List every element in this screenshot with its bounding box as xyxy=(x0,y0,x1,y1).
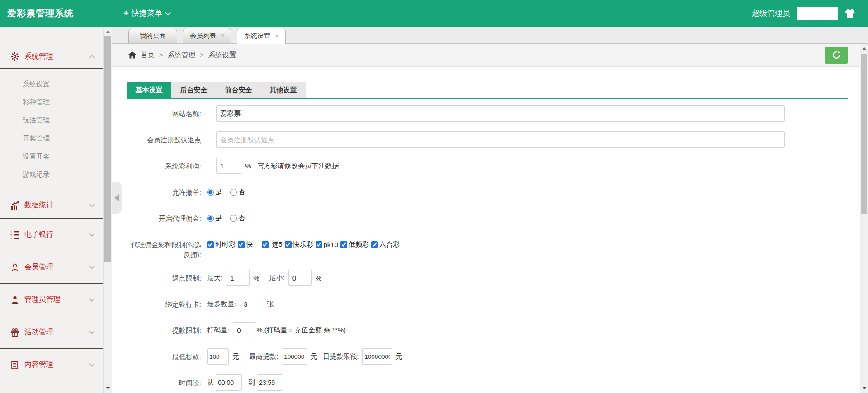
content-scrollbar-thumb[interactable] xyxy=(861,54,867,214)
close-icon[interactable]: × xyxy=(221,33,224,39)
lottery-checkbox-pk10[interactable]: pk10 xyxy=(316,241,339,248)
yuan-unit: 元 xyxy=(311,352,317,361)
gear-icon xyxy=(10,52,20,61)
topbar-right: 超级管理员 xyxy=(752,7,855,20)
shirt-icon[interactable] xyxy=(844,9,855,19)
lottery-checkbox-dpc[interactable]: 低频彩 xyxy=(340,240,369,249)
window-tab-desktop[interactable]: 我的桌面 xyxy=(128,28,177,43)
form-row-allow-cancel: 允许撤单: 是 否 xyxy=(127,184,848,200)
chevron-down-icon xyxy=(89,298,95,302)
window-tab-system-settings[interactable]: 系统设置 × xyxy=(237,28,286,44)
sidebar-scrollbar-thumb[interactable] xyxy=(104,36,111,262)
scroll-down-arrow[interactable] xyxy=(104,384,112,392)
window-tab-member-list[interactable]: 会员列表 × xyxy=(183,28,231,43)
min-withdraw-input[interactable] xyxy=(207,348,229,365)
radio-label: 否 xyxy=(238,188,245,196)
svg-text:3: 3 xyxy=(10,237,12,239)
sidebar-item-label: 数据统计 xyxy=(24,201,89,210)
checkbox-input[interactable] xyxy=(285,241,292,248)
allow-cancel-yes-radio[interactable]: 是 xyxy=(207,188,222,196)
sidebar-subitem-play-mgmt[interactable]: 玩法管理 xyxy=(0,111,103,129)
scroll-up-arrow[interactable] xyxy=(860,45,868,53)
sidebar-item-activity-mgmt[interactable]: 活动管理 xyxy=(0,316,103,348)
sidebar-item-e-bank[interactable]: 1 2 3 电子银行 xyxy=(0,219,103,251)
daily-limit-input[interactable] xyxy=(362,348,392,365)
sidebar-item-content-mgmt[interactable]: 内容管理 xyxy=(0,349,103,381)
sidebar-subitem-game-records[interactable]: 游戏记录 xyxy=(0,165,103,183)
lottery-checkbox-x5[interactable]: 选5 xyxy=(262,240,283,249)
field-label: 提款限制: xyxy=(127,322,201,336)
sidebar-subitem-lottery-mgmt[interactable]: 彩种管理 xyxy=(0,93,103,111)
form-row-commission-lotteries: 代理佣金彩种限制(勾选反拥): 时时彩 快三 选5 xyxy=(127,236,848,260)
checkbox-input[interactable] xyxy=(340,241,347,248)
rebate-max-input[interactable] xyxy=(226,270,250,286)
lottery-checkbox-ssc[interactable]: 时时彩 xyxy=(207,240,236,249)
refresh-icon xyxy=(832,51,841,60)
checkbox-input[interactable] xyxy=(238,241,245,248)
radio-input[interactable] xyxy=(207,189,214,196)
default-rebate-input[interactable] xyxy=(216,131,785,148)
radio-input[interactable] xyxy=(230,189,237,196)
sidebar-item-member-mgmt[interactable]: 会员管理 xyxy=(0,251,103,283)
window-tabs: 我的桌面 会员列表 × 系统设置 × xyxy=(112,27,868,44)
lottery-checkbox-klc[interactable]: 快乐彩 xyxy=(285,240,313,249)
checkbox-input[interactable] xyxy=(316,241,322,248)
time-from-input[interactable] xyxy=(216,374,242,391)
radio-input[interactable] xyxy=(207,215,214,222)
sidebar-item-system-mgmt[interactable]: 系统管理 xyxy=(0,45,103,68)
sidebar-submenu-system: 系统设置 彩种管理 玩法管理 开奖管理 设置开奖 游戏记录 xyxy=(0,69,103,192)
field-label: 返点限制: xyxy=(127,270,201,283)
lottery-checkbox-lhc[interactable]: 六合彩 xyxy=(371,240,400,249)
sidebar-item-admin-mgmt[interactable]: 管理员管理 xyxy=(0,284,103,316)
sidebar-scrollbar[interactable] xyxy=(103,27,112,393)
bank-card-count-input[interactable] xyxy=(240,296,263,312)
username-box[interactable] xyxy=(797,7,838,20)
scroll-down-arrow[interactable] xyxy=(860,384,868,392)
checkbox-label: pk10 xyxy=(324,241,339,248)
checkbox-input[interactable] xyxy=(262,241,269,248)
close-icon[interactable]: × xyxy=(275,33,278,39)
form-row-agent-commission: 开启代理佣金: 是 否 xyxy=(127,210,848,226)
tab-backend-security[interactable]: 后台安全 xyxy=(171,82,216,98)
allow-cancel-no-radio[interactable]: 否 xyxy=(230,188,245,196)
checkbox-input[interactable] xyxy=(371,241,378,248)
sidebar-collapse-handle[interactable] xyxy=(112,182,122,214)
form-row-default-rebate: 会员注册默认返点 xyxy=(127,131,848,148)
rebate-min-input[interactable] xyxy=(288,270,312,286)
turnover-input[interactable] xyxy=(233,322,256,338)
tab-basic-settings[interactable]: 基本设置 xyxy=(127,82,171,98)
radio-label: 是 xyxy=(215,214,222,223)
sidebar-subitem-set-draw[interactable]: 设置开奖 xyxy=(0,147,103,165)
system-profit-input[interactable] xyxy=(216,158,241,174)
checkbox-label: 快乐彩 xyxy=(293,240,313,249)
lottery-checkbox-k3[interactable]: 快三 xyxy=(238,240,259,249)
quick-menu-button[interactable]: + 快捷菜单 xyxy=(123,8,171,19)
chevron-down-icon xyxy=(89,330,95,334)
tab-frontend-security[interactable]: 前台安全 xyxy=(216,82,261,98)
sidebar-subitem-draw-mgmt[interactable]: 开奖管理 xyxy=(0,129,103,147)
content-scrollbar[interactable] xyxy=(860,44,868,393)
agent-commission-yes-radio[interactable]: 是 xyxy=(207,214,222,223)
time-to-input[interactable] xyxy=(257,374,283,391)
breadcrumb-system-mgmt[interactable]: 系统管理 xyxy=(167,51,195,60)
chevron-down-icon xyxy=(89,363,95,367)
sidebar-item-ops-mgmt[interactable]: 运维管理 xyxy=(0,381,103,393)
max-withdraw-input[interactable] xyxy=(282,348,307,365)
turnover-label: 打码量: xyxy=(207,326,229,335)
app-root: 爱彩票管理系统 + 快捷菜单 超级管理员 xyxy=(0,0,868,393)
sidebar-item-label: 系统管理 xyxy=(24,52,89,61)
tab-other-settings[interactable]: 其他设置 xyxy=(261,82,306,98)
checkbox-input[interactable] xyxy=(207,241,214,248)
window-tab-label: 会员列表 xyxy=(190,32,216,40)
sidebar-item-data-stats[interactable]: 数据统计 xyxy=(0,192,103,218)
scroll-up-arrow[interactable] xyxy=(104,28,112,36)
agent-commission-no-radio[interactable]: 否 xyxy=(230,214,245,223)
sidebar-subitem-system-settings[interactable]: 系统设置 xyxy=(0,75,103,93)
radio-input[interactable] xyxy=(230,215,237,222)
refresh-button[interactable] xyxy=(825,47,848,64)
breadcrumb-home[interactable]: 首页 xyxy=(141,51,155,60)
site-name-input[interactable] xyxy=(216,105,785,122)
sidebar-item-label: 管理员管理 xyxy=(24,295,89,304)
user-filled-icon xyxy=(10,295,20,304)
field-label: 允许撤单: xyxy=(127,184,201,197)
